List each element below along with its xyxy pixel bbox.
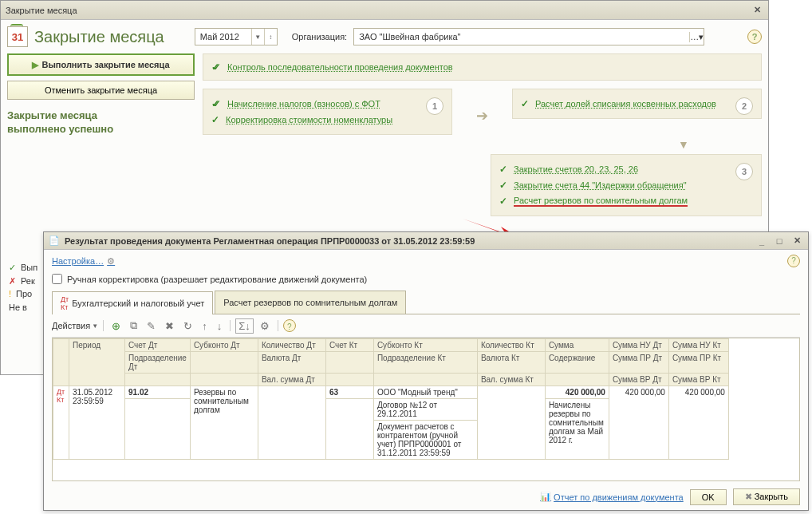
close-icon: ✖ bbox=[745, 492, 752, 501]
sub-window-title: Результат проведения документа Регламент… bbox=[65, 236, 751, 246]
close-icon[interactable]: ✕ bbox=[751, 4, 763, 17]
manual-edit-label: Ручная корректировка (разрешает редактир… bbox=[67, 275, 367, 284]
actions-dropdown[interactable]: Действия▼ bbox=[52, 321, 98, 330]
close-icon[interactable]: ✕ bbox=[790, 235, 803, 246]
op-link[interactable]: Расчет долей списания косвенных расходов bbox=[535, 99, 716, 109]
op-link[interactable]: Закрытие счета 44 "Издержки обращения" bbox=[514, 180, 687, 190]
check-icon: ✓ bbox=[211, 114, 219, 125]
col-sub-kt: Субконто Кт bbox=[373, 339, 477, 352]
check-icon: ✓ bbox=[499, 164, 507, 175]
move-down-icon[interactable]: ↓ bbox=[214, 318, 226, 334]
org-dropdown-icon[interactable]: …▾ bbox=[689, 32, 704, 42]
tab-reserves[interactable]: Расчет резервов по сомнительным долгам bbox=[215, 291, 406, 314]
report-icon: 📊 bbox=[540, 492, 551, 502]
minimize-icon[interactable]: _ bbox=[755, 236, 768, 246]
manual-edit-checkbox[interactable] bbox=[52, 274, 62, 284]
calendar-icon: 31 bbox=[7, 26, 28, 47]
main-titlebar: Закрытие месяца ✕ bbox=[1, 1, 768, 20]
help-icon[interactable]: ? bbox=[283, 319, 296, 332]
arrow-down-icon: ▼ bbox=[605, 138, 762, 151]
dtkt-icon: ДтКт bbox=[61, 295, 69, 311]
movements-report-link[interactable]: 📊 Отчет по движениям документа bbox=[540, 492, 684, 502]
arrow-right-icon: ➔ bbox=[476, 107, 488, 125]
check-icon: ✓ bbox=[211, 61, 221, 73]
play-icon: ▶ bbox=[32, 60, 38, 70]
op-link[interactable]: Начисление налогов (взносов) с ФОТ bbox=[227, 99, 380, 109]
check-icon: ✓ bbox=[499, 196, 507, 207]
org-label: Организация: bbox=[292, 32, 347, 42]
ok-button[interactable]: OK bbox=[690, 489, 727, 505]
op-control-link[interactable]: Контроль последовательности проведения д… bbox=[227, 62, 453, 72]
col-acc-kt: Счет Кт bbox=[325, 339, 373, 352]
add-icon[interactable]: ⊕ bbox=[108, 318, 124, 334]
col-sum-nu-dt: Сумма НУ Дт bbox=[609, 339, 668, 352]
step-badge-2: 2 bbox=[735, 97, 753, 115]
help-icon[interactable]: ? bbox=[747, 30, 762, 44]
page-title: Закрытие месяца bbox=[34, 28, 164, 46]
legend-partial: ✓Вып ✗Рек !Про Не в bbox=[9, 261, 37, 314]
refresh-icon[interactable]: ↻ bbox=[180, 318, 195, 334]
gear-icon: ⚙ bbox=[107, 256, 115, 267]
step-badge-1: 1 bbox=[426, 97, 443, 115]
edit-icon[interactable]: ✎ bbox=[144, 318, 159, 334]
col-sub-dt: Субконто Дт bbox=[190, 339, 258, 352]
col-qty-dt: Количество Дт bbox=[258, 339, 325, 352]
status-text: Закрытие месяца выполнено успешно bbox=[7, 109, 195, 136]
main-window-title: Закрытие месяца bbox=[6, 6, 751, 15]
check-icon: ✓ bbox=[499, 180, 507, 191]
check-icon: ✓ bbox=[211, 98, 221, 109]
maximize-icon[interactable]: □ bbox=[773, 236, 786, 246]
tabs: ДтКт Бухгалтерский и налоговый учет Расч… bbox=[52, 291, 800, 314]
grid-toolbar: Действия▼ ⊕ ⧉ ✎ ✖ ↻ ↑ ↓ Σ↓ ⚙ ? bbox=[52, 314, 800, 338]
col-acc-dt: Счет Дт bbox=[125, 339, 191, 352]
table-row[interactable]: ДтКт 31.05.2012 23:59:59 91.02 Резервы п… bbox=[53, 386, 729, 399]
op-link[interactable]: Корректировка стоимости номенклатуры bbox=[226, 115, 392, 125]
check-icon: ✓ bbox=[521, 98, 529, 109]
col-sum-nu-kt: Сумма НУ Кт bbox=[668, 339, 728, 352]
period-step-icon[interactable]: ↕ bbox=[264, 29, 277, 45]
period-value: Май 2012 bbox=[195, 32, 251, 42]
settings-icon[interactable]: ⚙ bbox=[257, 318, 273, 334]
col-period: Период bbox=[69, 339, 125, 386]
sum-icon[interactable]: Σ↓ bbox=[235, 318, 254, 334]
col-qty-kt: Количество Кт bbox=[477, 339, 545, 352]
cancel-closing-button[interactable]: Отменить закрытие месяца bbox=[7, 81, 195, 100]
delete-icon[interactable]: ✖ bbox=[162, 318, 177, 334]
close-button[interactable]: ✖Закрыть bbox=[733, 488, 800, 505]
copy-icon[interactable]: ⧉ bbox=[127, 318, 140, 334]
org-select[interactable]: ЗАО "Швейная фабрика" …▾ bbox=[353, 28, 704, 45]
sub-titlebar: 📄 Результат проведения документа Регламе… bbox=[44, 232, 808, 250]
sub-footer: 📊 Отчет по движениям документа OK ✖Закры… bbox=[540, 488, 800, 505]
tab-accounting[interactable]: ДтКт Бухгалтерский и налоговый учет bbox=[52, 291, 213, 314]
help-icon[interactable]: ? bbox=[787, 255, 800, 267]
execute-closing-button[interactable]: ▶ Выполнить закрытие месяца bbox=[7, 53, 195, 76]
org-value: ЗАО "Швейная фабрика" bbox=[354, 32, 689, 42]
settings-link[interactable]: Настройка… ⚙ bbox=[52, 256, 115, 267]
op-link[interactable]: Закрытие счетов 20, 23, 25, 26 bbox=[514, 164, 638, 174]
op-link-selected[interactable]: Расчет резервов по сомнительным долгам bbox=[514, 196, 688, 207]
dtkt-icon: ДтКт bbox=[53, 386, 69, 460]
document-icon: 📄 bbox=[49, 235, 60, 246]
period-dropdown-icon[interactable]: ▼ bbox=[251, 29, 264, 45]
accounting-grid[interactable]: Период Счет Дт Субконто Дт Количество Дт… bbox=[52, 338, 800, 481]
result-window: 📄 Результат проведения документа Регламе… bbox=[43, 231, 809, 511]
period-select[interactable]: Май 2012 ▼ ↕ bbox=[195, 28, 278, 45]
col-sum: Сумма bbox=[545, 339, 609, 352]
step-badge-3: 3 bbox=[735, 163, 753, 180]
move-up-icon[interactable]: ↑ bbox=[199, 318, 211, 334]
